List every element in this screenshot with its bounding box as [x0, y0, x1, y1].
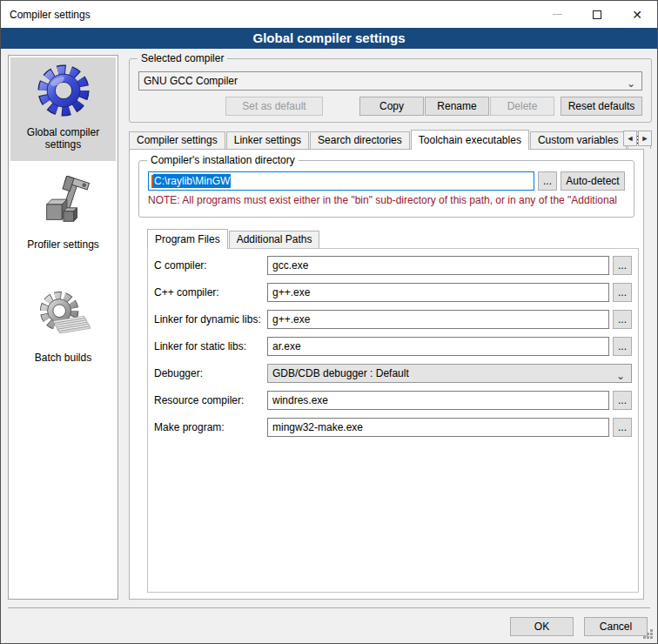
compiler-buttons-row: Set as default Copy Rename Delete Reset … — [138, 97, 642, 116]
compiler-settings-dialog: Compiler settings ✕ Global compiler sett… — [0, 0, 658, 644]
settings-category-sidebar: Global compiler settings — [8, 55, 118, 600]
sidebar-item-profiler-settings[interactable]: Profiler settings — [9, 170, 118, 258]
set-as-default-button[interactable]: Set as default — [225, 97, 323, 116]
maximize-button[interactable] — [577, 1, 617, 28]
window-controls: ✕ — [537, 1, 657, 28]
cpp-compiler-browse-button[interactable]: ... — [613, 283, 632, 302]
close-icon: ✕ — [632, 9, 642, 21]
debugger-select[interactable]: GDB/CDB debugger : Default ⌄ — [267, 364, 632, 383]
settings-tabstrip: Compiler settings Linker settings Search… — [129, 129, 652, 149]
tab-toolchain-executables[interactable]: Toolchain executables — [411, 130, 529, 150]
cpp-compiler-input[interactable]: g++.exe — [267, 283, 609, 302]
resource-compiler-label: Resource compiler: — [154, 394, 267, 406]
form-row: Resource compiler: windres.exe ... — [154, 391, 632, 410]
footer-separator — [8, 607, 650, 608]
linker-static-input[interactable]: ar.exe — [267, 337, 609, 356]
delete-button[interactable]: Delete — [490, 97, 554, 116]
form-row: Linker for static libs: ar.exe ... — [154, 337, 632, 356]
tab-additional-paths[interactable]: Additional Paths — [229, 231, 320, 248]
program-files-page: C compiler: gcc.exe ... C++ compiler: g+… — [147, 248, 639, 593]
main-panel: Selected compiler GNU GCC Compiler ⌄ Set… — [129, 49, 652, 600]
installation-directory-input[interactable]: C:\raylib\MinGW — [148, 171, 534, 191]
reset-defaults-button[interactable]: Reset defaults — [561, 97, 642, 116]
chevron-down-icon: ⌄ — [627, 75, 635, 92]
debugger-select-value: GDB/CDB debugger : Default — [272, 367, 409, 379]
form-row: Debugger: GDB/CDB debugger : Default ⌄ — [154, 364, 632, 383]
toolchain-executables-page: Compiler's installation directory C:\ray… — [129, 149, 644, 600]
sidebar-item-batch-builds[interactable]: Batch builds — [9, 283, 118, 368]
c-compiler-input[interactable]: gcc.exe — [267, 256, 609, 275]
copy-button[interactable]: Copy — [359, 97, 424, 116]
tab-search-directories[interactable]: Search directories — [310, 131, 410, 149]
page-title: Global compiler settings — [1, 28, 657, 49]
linker-dynamic-browse-button[interactable]: ... — [613, 310, 632, 329]
linker-dynamic-input[interactable]: g++.exe — [267, 310, 609, 329]
sidebar-item-label: Batch builds — [31, 352, 95, 364]
c-compiler-browse-button[interactable]: ... — [613, 256, 632, 275]
linker-dynamic-label: Linker for dynamic libs: — [154, 313, 267, 325]
debugger-label: Debugger: — [154, 367, 267, 379]
c-compiler-label: C compiler: — [154, 259, 267, 272]
auto-detect-button[interactable]: Auto-detect — [561, 171, 625, 191]
resize-grip[interactable] — [643, 629, 654, 640]
cpp-compiler-label: C++ compiler: — [154, 286, 267, 299]
make-program-label: Make program: — [154, 421, 267, 433]
window-title: Compiler settings — [10, 9, 91, 21]
installation-directory-value: C:\raylib\MinGW — [153, 174, 231, 188]
maximize-icon — [593, 10, 601, 19]
resource-compiler-input[interactable]: windres.exe — [267, 391, 609, 410]
resource-compiler-browse-button[interactable]: ... — [613, 391, 632, 410]
sidebar-item-label: Profiler settings — [24, 238, 103, 251]
close-button[interactable]: ✕ — [617, 1, 657, 28]
minimize-icon — [553, 14, 562, 15]
ok-button[interactable]: OK — [510, 617, 574, 636]
make-program-input[interactable]: mingw32-make.exe — [267, 418, 609, 437]
rename-button[interactable]: Rename — [425, 97, 489, 116]
installation-directory-legend: Compiler's installation directory — [147, 154, 299, 166]
sidebar-item-global-compiler-settings[interactable]: Global compiler settings — [10, 57, 116, 161]
selected-compiler-legend: Selected compiler — [138, 52, 227, 64]
make-program-browse-button[interactable]: ... — [613, 418, 632, 437]
titlebar: Compiler settings ✕ — [1, 1, 657, 28]
minimize-button[interactable] — [537, 1, 577, 28]
tab-compiler-settings[interactable]: Compiler settings — [129, 131, 225, 149]
caliper-tool-icon — [36, 175, 91, 231]
linker-static-label: Linker for static libs: — [154, 340, 267, 352]
gray-gear-papers-icon — [36, 288, 91, 344]
tab-scroll-buttons: ◄ ► — [622, 131, 652, 146]
compiler-select[interactable]: GNU GCC Compiler ⌄ — [138, 71, 642, 91]
browse-directory-button[interactable]: ... — [538, 171, 557, 191]
blue-gear-icon — [36, 63, 91, 118]
chevron-down-icon: ⌄ — [616, 367, 625, 385]
bin-subdirectory-note: NOTE: All programs must exist either in … — [148, 194, 625, 206]
selected-compiler-group: Selected compiler GNU GCC Compiler ⌄ Set… — [129, 58, 652, 123]
compiler-select-value: GNU GCC Compiler — [144, 75, 238, 87]
sidebar-item-label: Global compiler settings — [10, 126, 116, 151]
tab-program-files[interactable]: Program Files — [147, 229, 228, 249]
tab-scroll-left-icon[interactable]: ◄ — [623, 131, 637, 146]
tab-custom-variables[interactable]: Custom variables — [530, 131, 627, 149]
program-files-tabstrip: Program Files Additional Paths — [147, 228, 643, 248]
installation-directory-row: C:\raylib\MinGW ... Auto-detect — [148, 171, 625, 191]
cancel-button[interactable]: Cancel — [584, 617, 648, 636]
form-row: C compiler: gcc.exe ... — [154, 256, 632, 275]
tab-scroll-right-icon[interactable]: ► — [638, 131, 652, 146]
tab-linker-settings[interactable]: Linker settings — [226, 131, 309, 149]
linker-static-browse-button[interactable]: ... — [613, 337, 632, 356]
form-row: Linker for dynamic libs: g++.exe ... — [154, 310, 632, 329]
form-row: Make program: mingw32-make.exe ... — [154, 418, 632, 437]
form-row: C++ compiler: g++.exe ... — [154, 283, 632, 302]
installation-directory-group: Compiler's installation directory C:\ray… — [138, 160, 634, 218]
